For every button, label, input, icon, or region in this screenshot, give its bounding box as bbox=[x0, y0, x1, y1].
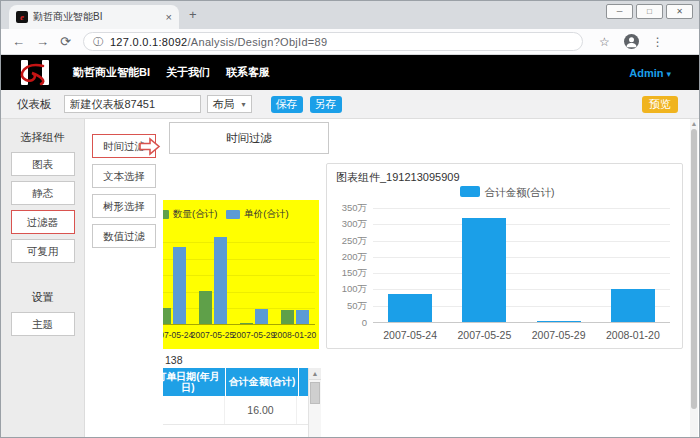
chart-bar bbox=[199, 291, 212, 324]
chart-bar bbox=[240, 323, 253, 324]
nav-link-support[interactable]: 联系客服 bbox=[226, 65, 270, 80]
flyout-item-numeric-filter[interactable]: 数值过滤 bbox=[92, 224, 156, 248]
legend-item: 数量(合计) bbox=[155, 208, 217, 221]
page-scrollbar-thumb[interactable] bbox=[691, 129, 697, 409]
chart-bar bbox=[537, 321, 581, 323]
table-header-row: 订单日期(年月日)合计金额(合计) bbox=[151, 368, 321, 396]
scroll-up-icon[interactable]: ▲ bbox=[309, 368, 321, 380]
browser-address-bar: ← → ⟳ ⓘ 127.0.0.1:8092/Analysis/Design?O… bbox=[1, 29, 699, 55]
forward-icon[interactable]: → bbox=[36, 34, 49, 49]
browser-tab-strip: e 勤哲商业智能BI × + ─ □ ✕ bbox=[1, 1, 699, 29]
table-header-stub bbox=[299, 368, 308, 396]
page-scrollbar[interactable]: ▲ bbox=[690, 119, 698, 438]
table-body: 16.00 bbox=[151, 396, 321, 438]
scroll-up-icon[interactable]: ▲ bbox=[690, 119, 698, 129]
y-axis-tick-label: 150万 bbox=[329, 267, 367, 280]
tab-title: 勤哲商业智能BI bbox=[33, 10, 162, 24]
chart-gridline bbox=[373, 322, 670, 323]
dashboard-label: 仪表板 bbox=[17, 97, 52, 112]
y-axis-tick-label: 100万 bbox=[329, 283, 367, 296]
nav-link-brand[interactable]: 勤哲商业智能BI bbox=[73, 65, 150, 80]
window-controls: ─ □ ✕ bbox=[606, 4, 693, 19]
window-minimize-button[interactable]: ─ bbox=[606, 4, 633, 19]
app-logo bbox=[13, 59, 57, 86]
browser-menu-icon[interactable]: ⋮ bbox=[652, 35, 664, 49]
chart-bar bbox=[281, 310, 294, 324]
canvas-time-filter-component[interactable]: 时间过滤 bbox=[169, 122, 329, 154]
y-axis-tick-label: 300万 bbox=[329, 218, 367, 231]
tab-close-icon[interactable]: × bbox=[166, 11, 172, 23]
legend-label: 单价(合计) bbox=[244, 208, 288, 221]
sidebar-section-title: 选择组件 bbox=[1, 130, 84, 145]
canvas-main-bar-chart[interactable]: 图表组件_191213095909 合计金额(合计) 350万300万250万2… bbox=[326, 163, 683, 349]
legend-swatch bbox=[460, 186, 480, 197]
component-sidebar: 选择组件图表静态过滤器可复用设置主题 bbox=[1, 119, 85, 438]
bookmark-star-icon[interactable]: ☆ bbox=[599, 35, 610, 49]
chart-gridline bbox=[373, 241, 670, 242]
table-scrollbar[interactable]: ▲ bbox=[308, 368, 321, 438]
chart-x-label: 2007-05-29 bbox=[232, 330, 275, 340]
sidebar-section-title: 设置 bbox=[1, 290, 84, 305]
window-maximize-button[interactable]: □ bbox=[636, 4, 663, 19]
window-close-button[interactable]: ✕ bbox=[666, 4, 693, 19]
url-path: /Analysis/Design?ObjId=89 bbox=[188, 36, 328, 48]
sidebar-item-charts[interactable]: 图表 bbox=[11, 152, 75, 176]
url-input[interactable]: ⓘ 127.0.0.1:8092/Analysis/Design?ObjId=8… bbox=[83, 32, 583, 51]
yellow-chart-x-labels: 2007-05-242007-05-252007-05-292008-01-20 bbox=[151, 330, 315, 342]
chart-bar bbox=[611, 289, 655, 322]
back-icon[interactable]: ← bbox=[12, 34, 25, 49]
save-as-button[interactable]: 另存 bbox=[310, 96, 342, 113]
legend-label: 数量(合计) bbox=[173, 208, 217, 221]
browser-window: e 勤哲商业智能BI × + ─ □ ✕ ← → ⟳ ⓘ 127.0.0.1:8… bbox=[0, 0, 700, 438]
yellow-chart-plot bbox=[151, 234, 315, 325]
dashboard-name-input[interactable] bbox=[64, 95, 201, 113]
site-favicon-icon: e bbox=[16, 11, 28, 23]
chart-bar bbox=[388, 294, 432, 322]
canvas-table-component[interactable]: 138 订单日期(年月日)合计金额(合计) 16.00 ▲ bbox=[151, 353, 321, 438]
layout-select[interactable]: 布局 ▾ bbox=[207, 95, 252, 113]
y-axis-tick-label: 50万 bbox=[329, 299, 367, 312]
canvas-yellow-bar-chart[interactable]: 数量(合计)单价(合计) 2007-05-242007-05-252007-05… bbox=[151, 200, 319, 349]
app-header: 勤哲商业智能BI关于我们联系客服 Admin▾ bbox=[1, 55, 699, 90]
person-icon bbox=[624, 34, 639, 49]
chart-title: 图表组件_191213095909 bbox=[336, 170, 460, 185]
page-info-icon[interactable]: ⓘ bbox=[93, 35, 103, 49]
chart-x-label: 2007-05-25 bbox=[191, 330, 234, 340]
url-host: 127.0.0.1:8092 bbox=[110, 36, 188, 48]
sidebar-item-filters[interactable]: 过滤器 bbox=[11, 210, 75, 234]
main-chart-legend: 合计金额(合计) bbox=[327, 186, 682, 200]
yellow-chart-legend: 数量(合计)单价(合计) bbox=[155, 208, 289, 221]
main-chart-plot: 350万300万250万200万150万100万50万02007-05-2420… bbox=[373, 208, 670, 322]
new-tab-button[interactable]: + bbox=[189, 7, 197, 22]
sidebar-item-theme[interactable]: 主题 bbox=[11, 312, 75, 336]
preview-button[interactable]: 预览 bbox=[642, 96, 678, 113]
table-scrollbar-thumb[interactable] bbox=[310, 382, 320, 404]
table-row bbox=[151, 425, 321, 438]
flyout-item-tree-select[interactable]: 树形选择 bbox=[92, 194, 156, 218]
flyout-item-text-select[interactable]: 文本选择 bbox=[92, 164, 156, 188]
table-row: 16.00 bbox=[151, 396, 321, 425]
sidebar-item-reusable[interactable]: 可复用 bbox=[11, 239, 75, 263]
chart-gridline bbox=[373, 208, 670, 209]
reload-icon[interactable]: ⟳ bbox=[60, 34, 71, 49]
chart-bar bbox=[255, 309, 268, 324]
legend-item: 单价(合计) bbox=[226, 208, 288, 221]
chevron-down-icon: ▾ bbox=[666, 69, 671, 79]
y-axis-tick-label: 0 bbox=[329, 317, 367, 328]
table-header-cell: 合计金额(合计) bbox=[226, 368, 298, 396]
save-button[interactable]: 保存 bbox=[271, 96, 303, 113]
layout-select-value: 布局 bbox=[213, 97, 235, 112]
browser-tab[interactable]: e 勤哲商业智能BI × bbox=[9, 5, 179, 29]
x-axis-tick-label: 2008-01-20 bbox=[588, 329, 678, 341]
y-axis-tick-label: 350万 bbox=[329, 202, 367, 215]
admin-menu[interactable]: Admin▾ bbox=[629, 67, 671, 79]
nav-link-about[interactable]: 关于我们 bbox=[166, 65, 210, 80]
logo-swirl-icon bbox=[13, 59, 57, 86]
profile-avatar[interactable] bbox=[624, 34, 639, 49]
sidebar-item-static[interactable]: 静态 bbox=[11, 181, 75, 205]
chart-gridline bbox=[151, 242, 315, 243]
y-axis-tick-label: 200万 bbox=[329, 250, 367, 263]
chart-gridline bbox=[373, 224, 670, 225]
design-canvas-area: 选择组件图表静态过滤器可复用设置主题 时间过滤文本选择树形选择数值过滤 时间过滤… bbox=[1, 119, 699, 438]
chart-gridline bbox=[373, 273, 670, 274]
